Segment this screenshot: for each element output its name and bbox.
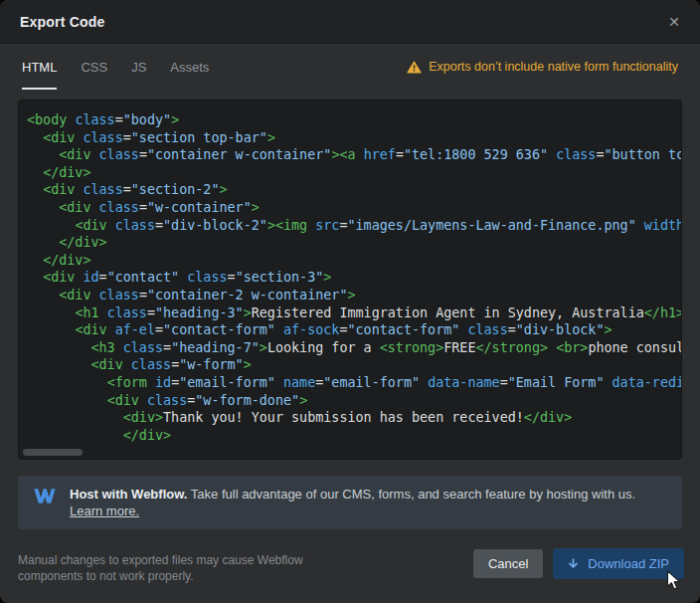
code-line: <h1 class="heading-3">Registered Immigra…: [27, 304, 681, 322]
tabs-bar: HTML CSS JS Assets Exports don’t include…: [0, 44, 700, 90]
banner-bold-text: Host with Webflow.: [70, 487, 187, 502]
form-functionality-warning: Exports don’t include native form functi…: [407, 44, 678, 90]
code-line: <div class="container w-container"><a hr…: [27, 146, 681, 164]
banner-body-text: Take full advantage of our CMS, forms, a…: [191, 487, 635, 502]
code-line: <h3 class="heading-7">Looking for a <str…: [27, 339, 681, 357]
code-line: <div>Thank you! Your submission has been…: [27, 409, 681, 427]
download-zip-button[interactable]: Download ZIP: [553, 548, 684, 579]
warning-triangle-icon: [407, 61, 422, 74]
code-line: </div>: [27, 427, 681, 445]
code-line: <div class="container-2 w-container">: [27, 287, 681, 304]
code-line: <div af-el="contact-form" af-sock="conta…: [27, 321, 681, 339]
code-editor[interactable]: <body class="body"> <div class="section …: [18, 100, 682, 460]
code-line: <div class="section top-bar">: [27, 129, 681, 147]
code-line: <body class="body">: [27, 111, 681, 129]
download-arrow-icon: [568, 558, 579, 570]
note-line-1: Manual changes to exported files may cau…: [18, 552, 303, 568]
dialog-title: Export Code: [20, 14, 104, 30]
code-line: <div class="w-form-done">: [27, 392, 681, 410]
tab-js[interactable]: JS: [131, 44, 146, 90]
dialog-titlebar: Export Code ✕: [0, 0, 700, 44]
export-code-dialog: Export Code ✕ HTML CSS JS Assets Exports…: [0, 0, 700, 603]
download-zip-label: Download ZIP: [588, 556, 669, 571]
code-content: <body class="body"> <div class="section …: [19, 100, 681, 459]
hosting-banner: Host with Webflow. Take full advantage o…: [18, 476, 682, 529]
code-line: <div class="div-block-2"><img src="image…: [27, 217, 681, 235]
code-line: <div id="contact" class="section-3">: [27, 269, 681, 287]
tab-css[interactable]: CSS: [81, 44, 107, 90]
footer-actions: Cancel Download ZIP: [473, 548, 684, 579]
note-line-2: components to not work properly.: [18, 568, 303, 584]
close-icon[interactable]: ✕: [668, 15, 680, 29]
warning-text: Exports don’t include native form functi…: [429, 60, 678, 74]
tab-list: HTML CSS JS Assets: [22, 44, 209, 90]
code-line: </div>: [27, 164, 681, 182]
scrollbar-thumb[interactable]: [23, 449, 83, 456]
code-line: </div>: [27, 234, 681, 252]
code-line: <div class="w-container">: [27, 199, 681, 217]
footer: Manual changes to exported files may cau…: [18, 548, 684, 584]
learn-more-link[interactable]: Learn more.: [70, 503, 139, 518]
code-line: <div class="w-form">: [27, 356, 681, 374]
code-line: <form id="email-form" name="email-form" …: [27, 374, 681, 392]
banner-text: Host with Webflow. Take full advantage o…: [70, 486, 635, 519]
tab-assets[interactable]: Assets: [170, 44, 209, 90]
horizontal-scrollbar[interactable]: [21, 449, 679, 457]
webflow-logo-icon: [34, 489, 56, 507]
export-note: Manual changes to exported files may cau…: [18, 548, 303, 584]
tab-html[interactable]: HTML: [22, 44, 57, 90]
code-line: <div class="section-2">: [27, 181, 681, 199]
code-line: </div>: [27, 252, 681, 270]
cancel-button[interactable]: Cancel: [473, 549, 543, 578]
